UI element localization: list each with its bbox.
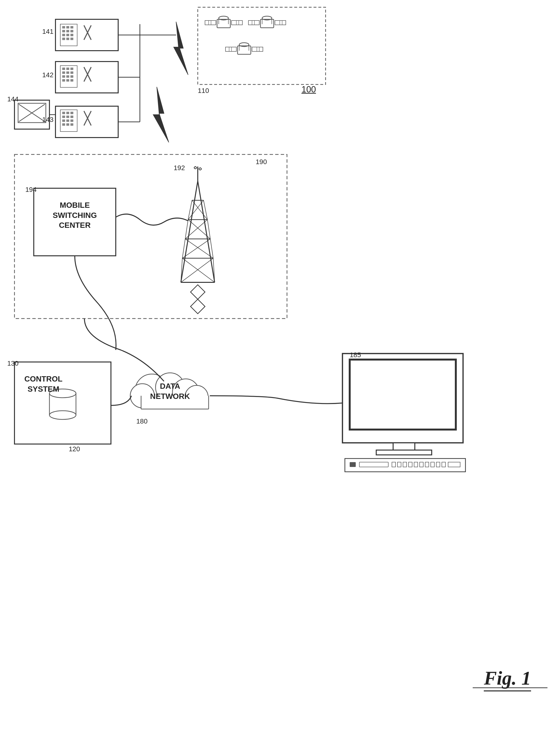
svg-line-105 <box>185 220 188 239</box>
svg-line-30 <box>84 67 91 82</box>
svg-rect-23 <box>70 71 73 74</box>
svg-rect-147 <box>425 462 429 467</box>
svg-rect-29 <box>70 79 73 82</box>
svg-rect-42 <box>70 119 73 122</box>
svg-rect-38 <box>66 116 69 118</box>
svg-rect-134 <box>342 353 463 443</box>
svg-line-14 <box>84 25 91 40</box>
svg-rect-148 <box>431 462 434 467</box>
label-143: 143 <box>42 116 54 124</box>
svg-rect-44 <box>66 123 69 126</box>
svg-line-106 <box>185 220 207 239</box>
svg-line-103 <box>192 200 207 220</box>
svg-rect-10 <box>70 34 73 36</box>
label-185: 185 <box>350 351 361 359</box>
svg-rect-7 <box>70 30 73 32</box>
svg-line-110 <box>182 239 210 258</box>
svg-line-113 <box>181 258 182 282</box>
svg-rect-8 <box>62 34 65 36</box>
label-144: 144 <box>7 95 19 103</box>
svg-rect-1 <box>60 24 77 46</box>
svg-rect-6 <box>66 30 69 32</box>
svg-rect-49 <box>18 103 46 123</box>
svg-rect-36 <box>70 112 73 114</box>
svg-line-107 <box>188 220 210 239</box>
svg-rect-140 <box>359 462 388 467</box>
svg-rect-135 <box>350 359 456 430</box>
svg-rect-25 <box>66 75 69 78</box>
svg-rect-0 <box>55 19 118 51</box>
label-130: 130 <box>7 359 19 367</box>
label-110: 110 <box>198 87 209 95</box>
svg-rect-28 <box>66 79 69 82</box>
svg-rect-34 <box>62 112 65 114</box>
svg-rect-2 <box>62 26 65 28</box>
data-network-label: DATA NETWORK <box>141 381 199 401</box>
svg-rect-18 <box>62 68 65 70</box>
label-190: 190 <box>256 158 267 166</box>
svg-line-95 <box>181 181 198 282</box>
svg-rect-41 <box>66 119 69 122</box>
svg-rect-24 <box>62 75 65 78</box>
svg-rect-48 <box>14 100 49 129</box>
svg-line-46 <box>84 111 91 125</box>
svg-rect-65 <box>205 21 216 25</box>
control-system-label: CONTROL SYSTEM <box>19 374 68 394</box>
svg-rect-139 <box>350 462 356 467</box>
svg-rect-27 <box>62 79 65 82</box>
svg-rect-137 <box>376 450 432 455</box>
svg-rect-150 <box>442 462 445 467</box>
svg-rect-40 <box>62 119 65 122</box>
svg-rect-149 <box>436 462 440 467</box>
svg-rect-78 <box>275 21 286 25</box>
label-192: 192 <box>174 164 185 172</box>
svg-rect-43 <box>62 123 65 126</box>
svg-line-111 <box>185 239 213 258</box>
svg-rect-33 <box>60 110 77 131</box>
svg-line-112 <box>210 239 213 258</box>
label-120: 120 <box>69 445 80 453</box>
svg-rect-81 <box>238 46 251 54</box>
svg-rect-141 <box>392 462 396 467</box>
svg-rect-45 <box>70 123 73 126</box>
svg-rect-136 <box>393 443 415 450</box>
svg-rect-21 <box>62 71 65 74</box>
svg-rect-4 <box>70 26 73 28</box>
svg-marker-59 <box>174 22 188 75</box>
svg-line-102 <box>188 200 204 220</box>
svg-line-109 <box>182 239 185 258</box>
svg-rect-17 <box>60 66 77 87</box>
svg-line-115 <box>182 258 215 282</box>
svg-marker-118 <box>191 285 205 299</box>
svg-line-104 <box>204 200 207 220</box>
svg-rect-19 <box>66 68 69 70</box>
svg-rect-60 <box>198 7 326 84</box>
svg-rect-68 <box>232 21 242 25</box>
svg-line-96 <box>198 181 215 282</box>
svg-point-124 <box>49 411 76 420</box>
svg-point-62 <box>219 16 228 20</box>
svg-point-82 <box>239 43 249 47</box>
svg-rect-5 <box>62 30 65 32</box>
svg-rect-12 <box>66 38 69 40</box>
svg-line-50 <box>19 104 45 122</box>
label-194: 194 <box>25 186 37 193</box>
svg-rect-32 <box>55 106 118 137</box>
svg-line-101 <box>188 200 192 220</box>
svg-line-51 <box>19 104 45 122</box>
svg-line-47 <box>84 111 91 125</box>
svg-rect-88 <box>252 47 263 51</box>
svg-rect-9 <box>66 34 69 36</box>
svg-rect-143 <box>403 462 407 467</box>
svg-rect-11 <box>62 38 65 40</box>
svg-rect-13 <box>70 38 73 40</box>
svg-rect-144 <box>409 462 412 467</box>
svg-rect-142 <box>397 462 401 467</box>
svg-rect-151 <box>448 462 460 467</box>
label-142: 142 <box>42 71 54 79</box>
label-100: 100 <box>301 84 316 95</box>
svg-line-116 <box>213 258 215 282</box>
svg-point-72 <box>262 16 272 20</box>
svg-rect-146 <box>420 462 423 467</box>
svg-rect-145 <box>414 462 418 467</box>
